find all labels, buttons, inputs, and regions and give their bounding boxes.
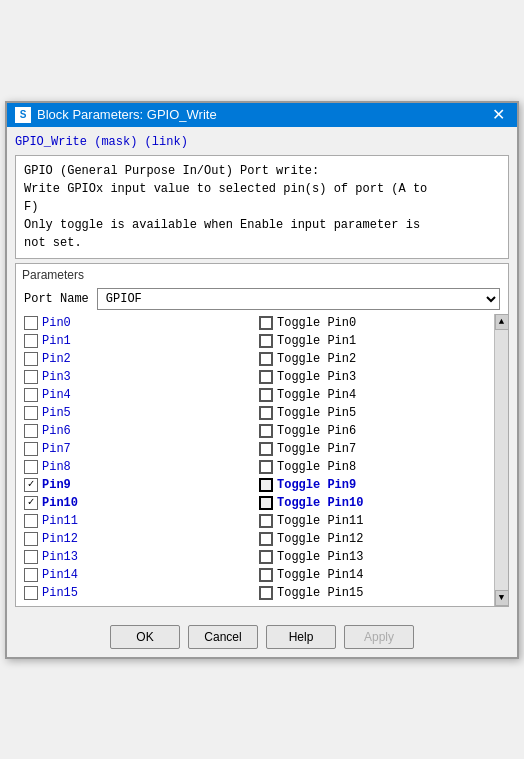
pin-checkbox-15[interactable] bbox=[24, 586, 38, 600]
pin-checkbox-7[interactable] bbox=[24, 442, 38, 456]
toggle-checkbox-6[interactable] bbox=[259, 424, 273, 438]
pins-content: Pin0Toggle Pin0Pin1Toggle Pin1Pin2Toggle… bbox=[16, 314, 494, 606]
close-button[interactable]: ✕ bbox=[488, 107, 509, 123]
pin-label-4[interactable]: Pin4 bbox=[42, 388, 71, 402]
pin-label-0[interactable]: Pin0 bbox=[42, 316, 71, 330]
pin-label-13[interactable]: Pin13 bbox=[42, 550, 78, 564]
parameters-label: Parameters bbox=[16, 264, 508, 284]
toggle-item-6: Toggle Pin6 bbox=[255, 422, 490, 440]
toggle-label-11[interactable]: Toggle Pin11 bbox=[277, 514, 363, 528]
pin-checkbox-5[interactable] bbox=[24, 406, 38, 420]
pin-checkbox-2[interactable] bbox=[24, 352, 38, 366]
toggle-checkbox-13[interactable] bbox=[259, 550, 273, 564]
pin-checkbox-13[interactable] bbox=[24, 550, 38, 564]
pin-label-5[interactable]: Pin5 bbox=[42, 406, 71, 420]
pin-label-2[interactable]: Pin2 bbox=[42, 352, 71, 366]
pin-checkbox-11[interactable] bbox=[24, 514, 38, 528]
toggle-checkbox-14[interactable] bbox=[259, 568, 273, 582]
pin-label-9[interactable]: Pin9 bbox=[42, 478, 71, 492]
toggle-label-14[interactable]: Toggle Pin14 bbox=[277, 568, 363, 582]
pin-label-15[interactable]: Pin15 bbox=[42, 586, 78, 600]
toggle-item-1: Toggle Pin1 bbox=[255, 332, 490, 350]
cancel-button[interactable]: Cancel bbox=[188, 625, 258, 649]
desc-line-2: Write GPIOx input value to selected pin(… bbox=[24, 180, 500, 198]
toggle-checkbox-11[interactable] bbox=[259, 514, 273, 528]
pin-checkbox-9[interactable] bbox=[24, 478, 38, 492]
toggle-label-4[interactable]: Toggle Pin4 bbox=[277, 388, 356, 402]
title-bar: S Block Parameters: GPIO_Write ✕ bbox=[7, 103, 517, 127]
pin-item-12: Pin12 bbox=[20, 530, 255, 548]
pin-label-11[interactable]: Pin11 bbox=[42, 514, 78, 528]
desc-line-5: not set. bbox=[24, 234, 500, 252]
pin-label-10[interactable]: Pin10 bbox=[42, 496, 78, 510]
toggle-item-13: Toggle Pin13 bbox=[255, 548, 490, 566]
toggle-item-15: Toggle Pin15 bbox=[255, 584, 490, 602]
pin-checkbox-4[interactable] bbox=[24, 388, 38, 402]
pin-item-3: Pin3 bbox=[20, 368, 255, 386]
port-name-select[interactable]: GPIOF GPIOA GPIOB GPIOC GPIOD GPIOE bbox=[97, 288, 500, 310]
toggle-label-7[interactable]: Toggle Pin7 bbox=[277, 442, 356, 456]
pin-item-10: Pin10 bbox=[20, 494, 255, 512]
help-button[interactable]: Help bbox=[266, 625, 336, 649]
toggle-checkbox-1[interactable] bbox=[259, 334, 273, 348]
toggle-label-6[interactable]: Toggle Pin6 bbox=[277, 424, 356, 438]
pin-checkbox-12[interactable] bbox=[24, 532, 38, 546]
toggle-label-3[interactable]: Toggle Pin3 bbox=[277, 370, 356, 384]
toggle-checkbox-8[interactable] bbox=[259, 460, 273, 474]
pin-label-3[interactable]: Pin3 bbox=[42, 370, 71, 384]
pin-checkbox-1[interactable] bbox=[24, 334, 38, 348]
toggle-label-10[interactable]: Toggle Pin10 bbox=[277, 496, 363, 510]
pin-checkbox-6[interactable] bbox=[24, 424, 38, 438]
pin-label-12[interactable]: Pin12 bbox=[42, 532, 78, 546]
pins-grid: Pin0Toggle Pin0Pin1Toggle Pin1Pin2Toggle… bbox=[16, 314, 494, 606]
toggle-item-7: Toggle Pin7 bbox=[255, 440, 490, 458]
pin-item-5: Pin5 bbox=[20, 404, 255, 422]
pin-checkbox-8[interactable] bbox=[24, 460, 38, 474]
apply-button[interactable]: Apply bbox=[344, 625, 414, 649]
pin-item-15: Pin15 bbox=[20, 584, 255, 602]
pin-checkbox-3[interactable] bbox=[24, 370, 38, 384]
toggle-checkbox-3[interactable] bbox=[259, 370, 273, 384]
toggle-label-5[interactable]: Toggle Pin5 bbox=[277, 406, 356, 420]
toggle-checkbox-10[interactable] bbox=[259, 496, 273, 510]
toggle-label-2[interactable]: Toggle Pin2 bbox=[277, 352, 356, 366]
pin-checkbox-14[interactable] bbox=[24, 568, 38, 582]
port-name-label: Port Name bbox=[24, 292, 89, 306]
toggle-item-10: Toggle Pin10 bbox=[255, 494, 490, 512]
desc-line-3: F) bbox=[24, 198, 500, 216]
pin-label-6[interactable]: Pin6 bbox=[42, 424, 71, 438]
ok-button[interactable]: OK bbox=[110, 625, 180, 649]
toggle-checkbox-2[interactable] bbox=[259, 352, 273, 366]
toggle-label-15[interactable]: Toggle Pin15 bbox=[277, 586, 363, 600]
toggle-item-14: Toggle Pin14 bbox=[255, 566, 490, 584]
scroll-down-btn[interactable]: ▼ bbox=[495, 590, 509, 606]
toggle-checkbox-4[interactable] bbox=[259, 388, 273, 402]
window-title: Block Parameters: GPIO_Write bbox=[37, 107, 217, 122]
toggle-label-12[interactable]: Toggle Pin12 bbox=[277, 532, 363, 546]
toggle-label-8[interactable]: Toggle Pin8 bbox=[277, 460, 356, 474]
toggle-item-11: Toggle Pin11 bbox=[255, 512, 490, 530]
toggle-label-1[interactable]: Toggle Pin1 bbox=[277, 334, 356, 348]
toggle-item-3: Toggle Pin3 bbox=[255, 368, 490, 386]
toggle-label-9[interactable]: Toggle Pin9 bbox=[277, 478, 356, 492]
toggle-item-4: Toggle Pin4 bbox=[255, 386, 490, 404]
pin-label-14[interactable]: Pin14 bbox=[42, 568, 78, 582]
toggle-label-13[interactable]: Toggle Pin13 bbox=[277, 550, 363, 564]
toggle-checkbox-9[interactable] bbox=[259, 478, 273, 492]
scroll-up-btn[interactable]: ▲ bbox=[495, 314, 509, 330]
toggle-checkbox-0[interactable] bbox=[259, 316, 273, 330]
toggle-checkbox-7[interactable] bbox=[259, 442, 273, 456]
pin-label-1[interactable]: Pin1 bbox=[42, 334, 71, 348]
toggle-checkbox-12[interactable] bbox=[259, 532, 273, 546]
toggle-checkbox-5[interactable] bbox=[259, 406, 273, 420]
pin-label-7[interactable]: Pin7 bbox=[42, 442, 71, 456]
pin-label-8[interactable]: Pin8 bbox=[42, 460, 71, 474]
pin-checkbox-0[interactable] bbox=[24, 316, 38, 330]
pin-checkbox-10[interactable] bbox=[24, 496, 38, 510]
pin-item-14: Pin14 bbox=[20, 566, 255, 584]
toggle-item-8: Toggle Pin8 bbox=[255, 458, 490, 476]
description-box: GPIO (General Purpose In/Out) Port write… bbox=[15, 155, 509, 259]
toggle-label-0[interactable]: Toggle Pin0 bbox=[277, 316, 356, 330]
pins-area: Pin0Toggle Pin0Pin1Toggle Pin1Pin2Toggle… bbox=[16, 314, 508, 606]
toggle-checkbox-15[interactable] bbox=[259, 586, 273, 600]
